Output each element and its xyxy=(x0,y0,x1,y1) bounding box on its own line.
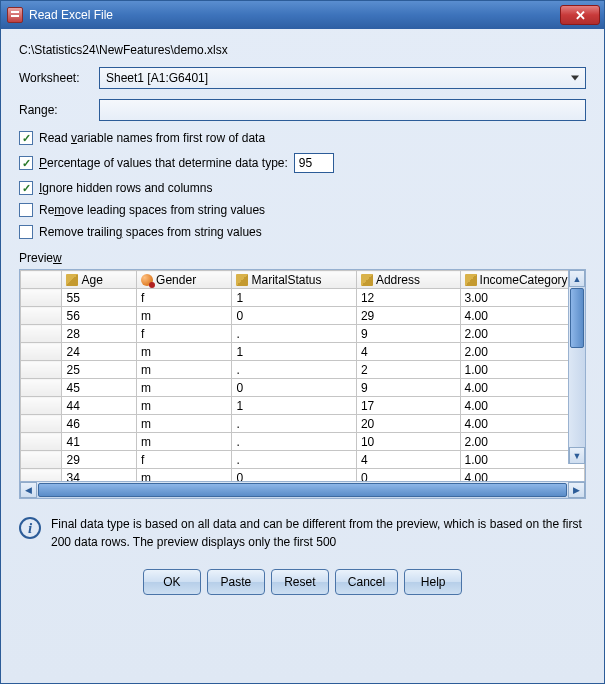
table-cell[interactable]: 4.00 xyxy=(460,415,584,433)
table-cell[interactable]: 9 xyxy=(356,325,460,343)
table-cell[interactable]: 46 xyxy=(62,415,137,433)
table-cell[interactable]: 4.00 xyxy=(460,307,584,325)
table-cell[interactable]: 4 xyxy=(356,343,460,361)
pct-values-input[interactable] xyxy=(294,153,334,173)
ok-button[interactable]: OK xyxy=(143,569,201,595)
scale-icon xyxy=(66,274,78,286)
col-header-maritalstatus[interactable]: MaritalStatus xyxy=(232,271,356,289)
row-header[interactable] xyxy=(21,379,62,397)
table-cell[interactable]: 12 xyxy=(356,289,460,307)
table-cell[interactable]: 44 xyxy=(62,397,137,415)
table-cell[interactable]: 17 xyxy=(356,397,460,415)
table-cell[interactable]: . xyxy=(232,325,356,343)
table-cell[interactable]: 56 xyxy=(62,307,137,325)
table-cell[interactable]: 28 xyxy=(62,325,137,343)
table-cell[interactable]: 29 xyxy=(62,451,137,469)
scroll-down-button[interactable]: ▼ xyxy=(569,447,585,464)
table-cell[interactable]: 1.00 xyxy=(460,361,584,379)
col-header-age[interactable]: Age xyxy=(62,271,137,289)
table-cell[interactable]: 0 xyxy=(232,307,356,325)
reset-button[interactable]: Reset xyxy=(271,569,329,595)
table-cell[interactable]: . xyxy=(232,361,356,379)
table-cell[interactable]: 0 xyxy=(232,379,356,397)
table-cell[interactable]: . xyxy=(232,433,356,451)
table-cell[interactable]: m xyxy=(137,343,232,361)
help-button[interactable]: Help xyxy=(404,569,462,595)
table-cell[interactable]: 20 xyxy=(356,415,460,433)
table-cell[interactable]: m xyxy=(137,397,232,415)
table-cell[interactable]: 24 xyxy=(62,343,137,361)
row-header[interactable] xyxy=(21,307,62,325)
vertical-scroll-thumb[interactable] xyxy=(570,288,584,348)
table-cell[interactable]: 0 xyxy=(232,469,356,482)
vertical-scroll-track[interactable] xyxy=(569,349,585,447)
table-cell[interactable]: 34 xyxy=(62,469,137,482)
table-cell[interactable]: . xyxy=(232,415,356,433)
col-header-gender[interactable]: Gender xyxy=(137,271,232,289)
table-cell[interactable]: 9 xyxy=(356,379,460,397)
table-cell[interactable]: 4.00 xyxy=(460,397,584,415)
pct-values-row: Percentage of values that determine data… xyxy=(19,153,586,173)
table-cell[interactable]: 4.00 xyxy=(460,379,584,397)
table-cell[interactable]: 1 xyxy=(232,343,356,361)
row-header[interactable] xyxy=(21,433,62,451)
table-cell[interactable]: 4.00 xyxy=(460,469,584,482)
table-cell[interactable]: f xyxy=(137,325,232,343)
table-cell[interactable]: 4 xyxy=(356,451,460,469)
remove-leading-checkbox[interactable] xyxy=(19,203,33,217)
worksheet-combo[interactable]: Sheet1 [A1:G6401] xyxy=(99,67,586,89)
remove-leading-label: Remove leading spaces from string values xyxy=(39,203,265,217)
row-header[interactable] xyxy=(21,361,62,379)
table-cell[interactable]: f xyxy=(137,451,232,469)
paste-button[interactable]: Paste xyxy=(207,569,265,595)
row-header[interactable] xyxy=(21,469,62,482)
row-header[interactable] xyxy=(21,415,62,433)
table-cell[interactable]: 0 xyxy=(356,469,460,482)
table-cell[interactable]: f xyxy=(137,289,232,307)
row-header[interactable] xyxy=(21,325,62,343)
table-cell[interactable]: 25 xyxy=(62,361,137,379)
ignore-hidden-checkbox[interactable] xyxy=(19,181,33,195)
table-cell[interactable]: 29 xyxy=(356,307,460,325)
close-button[interactable]: ✕ xyxy=(560,5,600,25)
row-header[interactable] xyxy=(21,397,62,415)
table-cell[interactable]: m xyxy=(137,361,232,379)
horizontal-scrollbar[interactable]: ◀ ▶ xyxy=(20,481,585,498)
table-cell[interactable]: 2.00 xyxy=(460,325,584,343)
table-cell[interactable]: m xyxy=(137,307,232,325)
read-varnames-checkbox[interactable] xyxy=(19,131,33,145)
table-cell[interactable]: m xyxy=(137,379,232,397)
table-cell[interactable]: 2.00 xyxy=(460,433,584,451)
remove-trailing-checkbox[interactable] xyxy=(19,225,33,239)
table-cell[interactable]: 3.00 xyxy=(460,289,584,307)
range-input[interactable] xyxy=(99,99,586,121)
cancel-button[interactable]: Cancel xyxy=(335,569,398,595)
table-cell[interactable]: m xyxy=(137,433,232,451)
scroll-left-button[interactable]: ◀ xyxy=(20,482,37,498)
col-header-incomecategory[interactable]: IncomeCategory xyxy=(460,271,584,289)
table-cell[interactable]: m xyxy=(137,415,232,433)
table-cell[interactable]: 41 xyxy=(62,433,137,451)
table-cell[interactable]: 1.00 xyxy=(460,451,584,469)
table-cell[interactable]: 45 xyxy=(62,379,137,397)
table-cell[interactable]: 55 xyxy=(62,289,137,307)
row-header[interactable] xyxy=(21,289,62,307)
table-cell[interactable]: 10 xyxy=(356,433,460,451)
close-icon: ✕ xyxy=(575,8,586,23)
table-cell[interactable]: 2.00 xyxy=(460,343,584,361)
table-cell[interactable]: . xyxy=(232,451,356,469)
horizontal-scroll-thumb[interactable] xyxy=(38,483,567,497)
pct-values-checkbox[interactable] xyxy=(19,156,33,170)
table-cell[interactable]: 1 xyxy=(232,289,356,307)
col-header-address[interactable]: Address xyxy=(356,271,460,289)
scroll-up-button[interactable]: ▲ xyxy=(569,270,585,287)
table-cell[interactable]: 2 xyxy=(356,361,460,379)
remove-trailing-row: Remove trailing spaces from string value… xyxy=(19,225,586,239)
row-header[interactable] xyxy=(21,343,62,361)
dialog-content: C:\Statistics24\NewFeatures\demo.xlsx Wo… xyxy=(1,29,604,683)
table-cell[interactable]: 1 xyxy=(232,397,356,415)
vertical-scrollbar[interactable]: ▲ ▼ xyxy=(568,270,585,464)
scroll-right-button[interactable]: ▶ xyxy=(568,482,585,498)
table-cell[interactable]: m xyxy=(137,469,232,482)
row-header[interactable] xyxy=(21,451,62,469)
